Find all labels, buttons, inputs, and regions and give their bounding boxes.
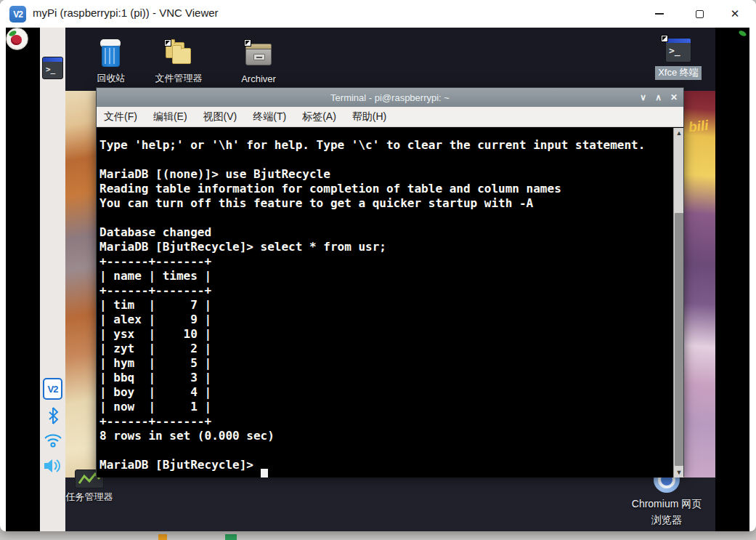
terminal-glyph-box: >_ bbox=[665, 38, 691, 63]
icon-label: 文件管理器 bbox=[144, 72, 214, 85]
icon-label: 回收站 bbox=[76, 72, 146, 85]
chromium-label-line1: Chromium 网页 bbox=[627, 496, 707, 512]
close-button[interactable]: ✕ bbox=[718, 0, 752, 28]
sidebar-terminal-launcher-icon[interactable]: >_ bbox=[42, 57, 63, 79]
maximize-icon[interactable]: ∧ bbox=[655, 92, 662, 102]
vnc-window-title: myPi (raspberrypi:1 (pi)) - VNC Viewer bbox=[33, 7, 219, 19]
pi-taskbar-panel bbox=[40, 28, 65, 531]
terminal-prompt-glyph: >_ bbox=[46, 65, 55, 74]
chromium-label-line2: 浏览器 bbox=[627, 512, 707, 528]
menu-view[interactable]: 视图(V) bbox=[203, 110, 237, 124]
wifi-icon[interactable] bbox=[44, 432, 62, 448]
wallpaper-bili-text: bili bbox=[688, 118, 710, 136]
icon-label: Archiver bbox=[224, 73, 293, 84]
desktop-background-bottom bbox=[65, 477, 715, 531]
wallpaper-left-sliver bbox=[65, 91, 97, 477]
desktop-icon-archiver[interactable]: Archiver bbox=[224, 39, 293, 84]
vnc-remote-viewport: bili >_ V2 bbox=[6, 28, 749, 531]
desktop-icon-recycle-bin[interactable]: 回收站 bbox=[76, 38, 146, 85]
terminal-window: Terminal - pi@raspberrypi: ~ ∨ ∧ ✕ 文件(F)… bbox=[96, 87, 684, 477]
terminal-window-controls: ∨ ∧ ✕ bbox=[640, 88, 678, 107]
scrollbar-down-arrow-icon[interactable]: ▼ bbox=[674, 467, 684, 477]
vnc-viewer-window: V2 myPi (raspberrypi:1 (pi)) - VNC Viewe… bbox=[0, 0, 756, 531]
rollup-icon[interactable]: ∨ bbox=[640, 92, 646, 102]
menu-terminal[interactable]: 终端(T) bbox=[253, 110, 286, 124]
menu-tabs[interactable]: 标签(A) bbox=[302, 110, 336, 124]
terminal-output-text: Type 'help;' or '\h' for help. Type '\c'… bbox=[97, 128, 645, 472]
terminal-scrollbar[interactable]: ▲ ▼ bbox=[673, 128, 683, 477]
file-manager-icon bbox=[163, 38, 195, 70]
sidebar-vnc-status-icon[interactable]: V2 bbox=[43, 378, 62, 400]
bluetooth-icon[interactable] bbox=[47, 407, 59, 424]
icon-label: 任务管理器 bbox=[54, 491, 124, 504]
desktop-icon-xfce-terminal[interactable]: >_ Xfce 终端 bbox=[643, 36, 713, 80]
close-icon[interactable]: ✕ bbox=[670, 92, 678, 102]
terminal-menubar: 文件(F) 编辑(E) 视图(V) 终端(T) 标签(A) 帮助(H) bbox=[97, 107, 683, 127]
menu-help[interactable]: 帮助(H) bbox=[352, 110, 386, 124]
archiver-slot bbox=[253, 54, 265, 60]
minimize-button[interactable] bbox=[643, 0, 676, 28]
folder-front bbox=[172, 48, 191, 64]
terminal-window-title: Terminal - pi@raspberrypi: ~ bbox=[97, 92, 683, 103]
terminal-titlebar[interactable]: Terminal - pi@raspberrypi: ~ ∨ ∧ ✕ bbox=[97, 88, 683, 107]
scrollbar-thumb[interactable] bbox=[675, 213, 683, 466]
terminal-titlebar-stripe bbox=[43, 57, 62, 62]
terminal-prompt-glyph: >_ bbox=[669, 45, 680, 56]
menu-file[interactable]: 文件(F) bbox=[104, 110, 137, 124]
icon-label: Chromium 网页 浏览器 bbox=[627, 496, 707, 528]
taskbar-app-sliver-green[interactable] bbox=[225, 534, 237, 540]
archiver-body bbox=[245, 49, 272, 65]
wallpaper-right-sliver: bili bbox=[684, 91, 715, 477]
shortcut-arrow-icon bbox=[164, 39, 171, 47]
raspberry-leaf-icon bbox=[738, 30, 747, 37]
terminal-output-area[interactable]: Type 'help;' or '\h' for help. Type '\c'… bbox=[97, 128, 683, 477]
desktop-icon-file-manager[interactable]: 文件管理器 bbox=[144, 38, 214, 85]
icon-label-selected: Xfce 终端 bbox=[655, 66, 702, 80]
shortcut-arrow-icon bbox=[244, 39, 251, 47]
menu-edit[interactable]: 编辑(E) bbox=[153, 110, 187, 124]
scrollbar-up-arrow-icon[interactable]: ▲ bbox=[674, 128, 684, 138]
maximize-button[interactable] bbox=[683, 0, 716, 28]
shortcut-arrow-icon bbox=[661, 35, 668, 42]
xfce-terminal-icon: >_ bbox=[664, 36, 693, 64]
close-icon: ✕ bbox=[731, 7, 740, 20]
archiver-icon bbox=[243, 39, 275, 71]
terminal-cursor bbox=[261, 469, 268, 477]
maximize-icon bbox=[696, 10, 704, 18]
trash-body bbox=[102, 46, 120, 67]
terminal-titlebar-stripe bbox=[666, 39, 691, 43]
minimize-icon bbox=[655, 13, 664, 15]
vnc-titlebar[interactable]: V2 myPi (raspberrypi:1 (pi)) - VNC Viewe… bbox=[0, 0, 756, 28]
vnc-logo-icon: V2 bbox=[9, 6, 26, 23]
raspberry-berry-icon bbox=[11, 35, 22, 45]
raspberry-pi-menu-icon[interactable] bbox=[6, 28, 28, 50]
taskbar-app-sliver-orange[interactable] bbox=[158, 534, 167, 540]
recycle-bin-icon bbox=[95, 38, 127, 70]
